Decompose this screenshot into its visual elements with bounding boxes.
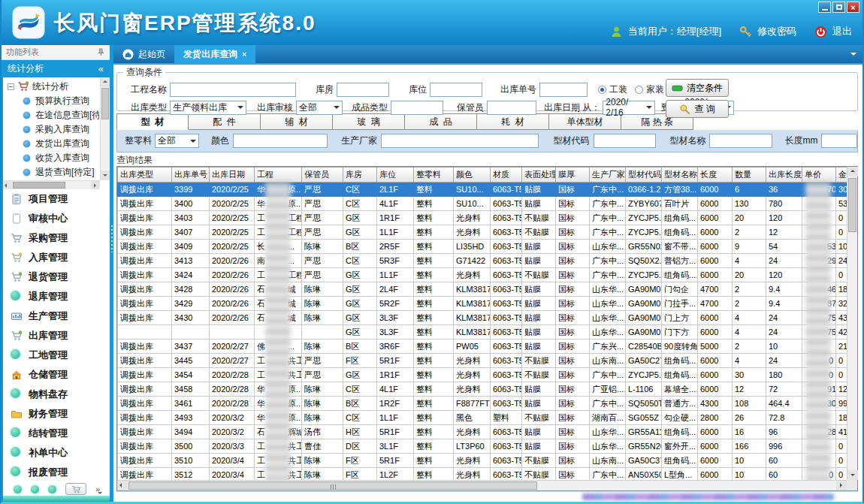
scrollbar-thumb[interactable]	[128, 481, 537, 490]
table-row[interactable]: 调拨出库35122020/3/4工共工程陈琳F区1L2F整料光身料6063-T5…	[118, 468, 847, 481]
tree-vertical-scrollbar[interactable]	[100, 77, 110, 180]
tab-shipment-outbound-query[interactable]: 发货出库查询 ×	[174, 45, 255, 63]
table-row[interactable]: 调拨出库34032020/2/25工工程严思G区1R1F整料光身料6063-T5…	[118, 211, 847, 225]
table-row[interactable]: 调拨出库34452020/2/27工共工程严思F区5R1F整料光身料6063-T…	[118, 354, 847, 368]
sidebar-item[interactable]: 仓储管理	[3, 365, 110, 385]
radio-gongzhuang[interactable]: 工装	[598, 83, 627, 96]
tree-item[interactable]: 采购入库查询	[5, 122, 99, 137]
column-header[interactable]: 单价	[802, 167, 836, 183]
column-header[interactable]: 出库长度	[766, 167, 802, 183]
sidebar-item[interactable]: 退货管理	[3, 267, 110, 287]
whole-part-select[interactable]: 全部	[155, 134, 199, 148]
column-header[interactable]: 表面处理	[522, 167, 556, 183]
product-type-input[interactable]	[391, 101, 443, 115]
project-name-input[interactable]	[170, 83, 296, 97]
sidebar-item[interactable]: 报废管理	[3, 463, 110, 482]
maker-input[interactable]	[381, 134, 539, 148]
order-no-input[interactable]	[539, 83, 588, 97]
scroll-down-icon[interactable]	[847, 470, 858, 480]
table-row[interactable]: 调拨出库34542020/2/28工共工程严思G区1R1F整料光身料6063-T…	[118, 368, 847, 382]
out-type-select[interactable]: 生产领料出库	[170, 101, 246, 115]
tree-expander-icon[interactable]	[8, 83, 14, 90]
table-row[interactable]: 调拨出库34932020/3/2华原...陈琳C区1L1F整料黑色塑料不贴膜国标…	[118, 411, 847, 425]
length-input[interactable]	[821, 134, 857, 148]
column-header[interactable]: 材质	[491, 167, 522, 183]
column-header[interactable]: 出库类型	[118, 167, 172, 183]
column-header[interactable]: 工程	[255, 167, 302, 183]
column-header[interactable]: 出库单号	[172, 167, 210, 183]
sidebar-item[interactable]: 工地管理	[3, 346, 110, 365]
sidebar-item[interactable]: 物料盘存	[3, 385, 110, 404]
sidebar-item[interactable]: 采购管理	[3, 228, 110, 248]
column-header[interactable]: 出库日期	[210, 167, 255, 183]
table-row[interactable]: 调拨出库34072020/2/25工工程严思G区1L1F整料光身料6063-T5…	[118, 225, 847, 240]
column-header[interactable]: 膜厚	[556, 167, 590, 183]
table-row[interactable]: 调拨出库34292020/2/26石城陈琳G区5R2F整料KLM38176063…	[118, 297, 847, 311]
module-dot-icon[interactable]	[31, 485, 39, 493]
table-row[interactable]: G区3L3F整料KLM38176063-T5贴膜国标山东华...GA90M09.…	[118, 325, 847, 340]
column-header[interactable]: 生产厂家	[590, 167, 626, 183]
audit-select[interactable]: 全部	[296, 101, 343, 115]
column-header[interactable]: 数量	[733, 167, 766, 183]
warehouse-input[interactable]	[337, 83, 389, 97]
tree-item[interactable]: 退货查询[待定]	[5, 165, 99, 180]
table-row[interactable]: 调拨出库35102020/3/4工共工程陈琳F区5R1F整料光身料6063-T5…	[118, 454, 847, 468]
scrollbar-thumb[interactable]	[101, 88, 109, 119]
table-row[interactable]: 调拨出库35002020/3/3工共工程曹佳D区3L1F整料LT3P606063…	[118, 439, 847, 454]
sidebar-item[interactable]: 入库管理	[3, 248, 110, 267]
tree-item[interactable]: 在途信息查询[待	[5, 108, 99, 122]
table-row[interactable]: 调拨出库34302020/2/26石城陈琳G区3L3F整料KLM38176063…	[118, 311, 847, 325]
splitter[interactable]	[110, 45, 113, 502]
tree-horizontal-scrollbar[interactable]	[3, 180, 100, 189]
column-header[interactable]: 库房	[343, 167, 377, 183]
column-header[interactable]: 整零料	[414, 167, 454, 183]
column-header[interactable]: 颜色	[454, 167, 491, 183]
table-row[interactable]: 调拨出库34942020/3/2石辉城汤伟H区5R1F整料光身料6063-T5贴…	[118, 425, 847, 439]
maximize-button[interactable]	[832, 2, 845, 13]
sidebar-item[interactable]: 审核中心	[3, 209, 110, 228]
scroll-down-icon[interactable]	[101, 171, 110, 180]
date-from-picker[interactable]: 2020/ 2/16	[603, 101, 655, 115]
column-header[interactable]: 型材代码	[626, 167, 662, 183]
tree-root-statistics[interactable]: 统计分析	[5, 79, 99, 94]
sidebar-item[interactable]: 项目管理	[3, 189, 110, 209]
tree-item[interactable]: 收货入库查询	[5, 151, 99, 165]
close-icon[interactable]: ×	[847, 2, 859, 13]
profile-code-input[interactable]	[594, 134, 657, 148]
table-row[interactable]: 调拨出库33992020/2/25华原...严思C区2L1F整料SU10...6…	[118, 183, 847, 197]
scroll-up-icon[interactable]	[847, 167, 858, 177]
scroll-right-icon[interactable]	[91, 181, 100, 189]
table-row[interactable]: 调拨出库34612020/2/28华原...陈琳B区1R2F整料F8877FT6…	[118, 397, 847, 411]
scrollbar-thumb[interactable]	[13, 182, 65, 189]
table-row[interactable]: 调拨出库34372020/2/27佛...陈琳B区3R6F整料PW056063-…	[118, 340, 847, 354]
keeper-input[interactable]	[487, 101, 536, 115]
column-header[interactable]: 长度	[698, 167, 733, 183]
cart-module-button[interactable]	[65, 483, 86, 495]
scroll-up-icon[interactable]	[101, 77, 110, 87]
tree-item[interactable]: 预算执行查询	[5, 94, 99, 108]
sidebar-item[interactable]: 出库管理	[3, 326, 110, 346]
color-input[interactable]	[233, 134, 328, 148]
tab-home[interactable]: 起始页	[113, 45, 174, 63]
table-row[interactable]: 调拨出库34282020/2/26石城陈琳G区2L4F整料KLM38176063…	[118, 282, 847, 297]
column-header[interactable]: 保管员	[302, 167, 343, 183]
grid-vertical-scrollbar[interactable]	[847, 167, 857, 480]
scroll-left-icon[interactable]	[117, 481, 128, 490]
sidebar-item[interactable]: 补单中心	[3, 443, 110, 463]
table-row[interactable]: 调拨出库34002020/2/25华原...严思C区4L1F整料SU10...6…	[118, 197, 847, 211]
column-header[interactable]: 库位	[377, 167, 414, 183]
scrollbar-thumb[interactable]	[848, 178, 856, 232]
sidebar-item[interactable]: 生产管理	[3, 306, 110, 326]
module-dot-icon[interactable]	[48, 485, 56, 493]
sidebar-item[interactable]: 财务管理	[3, 404, 110, 424]
table-row[interactable]: 调拨出库34132020/2/26南...严思C区5R3F整料G71422606…	[118, 254, 847, 268]
column-header[interactable]: 金	[836, 167, 847, 183]
search-button[interactable]: 查 询	[666, 100, 729, 118]
pin-icon[interactable]	[97, 48, 105, 56]
grid-horizontal-scrollbar[interactable]	[117, 480, 847, 490]
tab-close-icon[interactable]: ×	[242, 50, 246, 59]
collapse-icon[interactable]: «	[98, 63, 104, 74]
module-dot-icon[interactable]	[14, 485, 22, 493]
table-row[interactable]: 调拨出库34242020/2/26工工程严思G区1L1F整料光身料6063-T5…	[118, 268, 847, 282]
table-row[interactable]: 调拨出库34092020/2/25长...陈琳B区2R5F整料LI35HD606…	[118, 240, 847, 254]
